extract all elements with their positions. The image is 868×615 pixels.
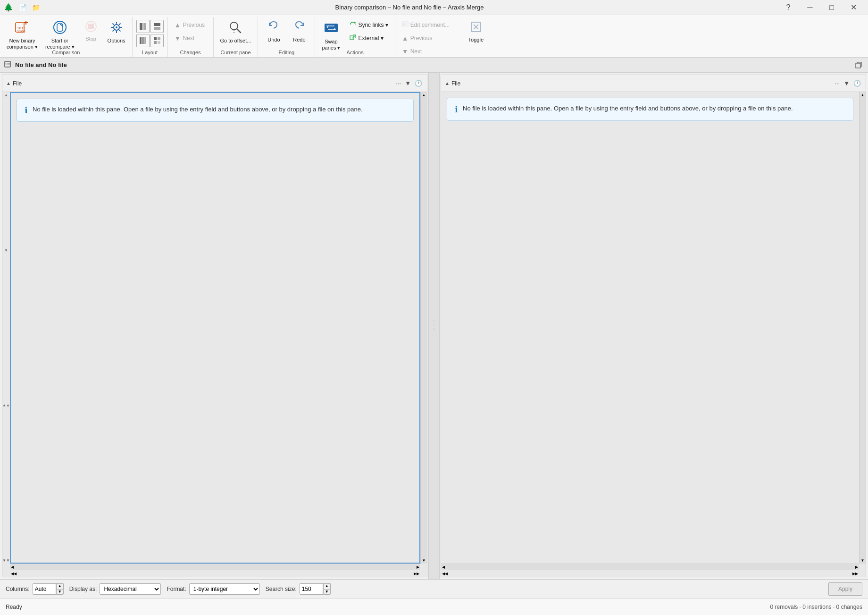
right-pane-menu-btn[interactable]: ··· (834, 79, 841, 88)
left-vscroll-down[interactable]: ▼ (422, 558, 426, 563)
go-to-offset-label: Go to offset... (220, 38, 251, 44)
svg-line-15 (119, 30, 120, 32)
new-file-btn[interactable]: 📄 (17, 2, 28, 13)
undo-label: Undo (267, 37, 280, 43)
help-button[interactable]: ? (777, 0, 799, 15)
stop-label: Stop (85, 36, 96, 42)
next-change-button[interactable]: ▼ Next (172, 32, 209, 44)
search-size-input[interactable] (300, 583, 323, 595)
edit-comment-button[interactable]: Edit comment... (399, 19, 460, 31)
svg-rect-21 (154, 27, 160, 30)
app-icon: 🌲 (4, 3, 13, 12)
next-bookmark-label: Next (410, 48, 422, 55)
left-pane-history-btn[interactable]: 🕐 (414, 79, 423, 88)
search-size-spin-up[interactable]: ▲ (323, 583, 331, 589)
svg-rect-27 (154, 41, 157, 44)
previous-change-button[interactable]: ▲ Previous (172, 19, 209, 31)
right-pane-dropdown-btn[interactable]: ▼ (843, 79, 851, 88)
sync-links-button[interactable]: Sync links ▾ (347, 19, 391, 31)
svg-rect-45 (856, 63, 860, 68)
left-pane-up-arrow[interactable]: ▲ (4, 93, 8, 97)
columns-spin-up[interactable]: ▲ (56, 583, 64, 589)
left-pane-dropdown-btn[interactable]: ▼ (404, 79, 412, 88)
previous-change-label: Previous (183, 22, 205, 28)
stop-button[interactable]: Stop (79, 18, 103, 46)
display-as-select[interactable]: Hexadecimal Decimal Octal Binary (100, 583, 161, 595)
redo-icon (292, 20, 306, 36)
left-pane-bottom-arrow[interactable]: ▼▼ (2, 558, 10, 563)
close-button[interactable]: ✕ (843, 0, 864, 15)
left-pane-top-arrow[interactable]: ▲▲ (2, 403, 10, 407)
search-size-spin-down[interactable]: ▼ (323, 589, 331, 595)
left-hscroll-left[interactable]: ◀ (11, 565, 14, 569)
layout-btn-3[interactable] (136, 34, 150, 47)
status-right-text: 0 removals · 0 insertions · 0 changes (770, 604, 862, 610)
info-icon-right: ℹ (455, 104, 458, 115)
window-controls: ? ─ □ ✕ (777, 0, 864, 15)
ribbon-group-bookmarks: Edit comment... ▲ Previous ▼ Next (395, 17, 492, 57)
svg-rect-20 (154, 23, 160, 26)
new-binary-comparison-button[interactable]: 1011 1100 New binarycomparison ▾ (4, 18, 41, 46)
down-arrow-icon: ▼ (175, 34, 181, 42)
go-to-offset-button[interactable]: Go to offset... (217, 18, 254, 46)
swap-panes-button[interactable]: Swappanes ▾ (319, 18, 343, 46)
right-vscroll-up[interactable]: ▲ (861, 93, 865, 97)
toggle-button[interactable]: Toggle (464, 18, 488, 46)
external-button[interactable]: External ▾ (347, 32, 391, 44)
minimize-button[interactable]: ─ (799, 0, 821, 15)
svg-line-14 (112, 24, 114, 25)
left-pane-filename: File (13, 80, 393, 87)
right-vscroll-down[interactable]: ▼ (861, 558, 865, 563)
svg-rect-22 (140, 37, 142, 44)
svg-line-16 (119, 24, 120, 25)
status-left-text: Ready (6, 604, 763, 610)
left-hscroll-end[interactable]: ▶▶ (414, 572, 419, 576)
restore-button[interactable] (853, 59, 864, 71)
layout-btn-2[interactable] (150, 20, 164, 33)
right-pane-info-text: No file is loaded within this pane. Open… (463, 104, 793, 113)
left-pane-menu-btn[interactable]: ··· (395, 79, 402, 88)
left-pane-info: ℹ No file is loaded within this pane. Op… (17, 99, 414, 122)
open-file-btn[interactable]: 📁 (30, 2, 42, 13)
maximize-button[interactable]: □ (821, 0, 843, 15)
comment-icon (402, 21, 409, 29)
svg-line-30 (237, 29, 241, 33)
pane-divider[interactable]: ··· (428, 73, 440, 579)
start-recompare-button[interactable]: Start orrecompare ▾ (42, 18, 77, 46)
apply-button[interactable]: Apply (828, 582, 862, 596)
previous-bookmark-button[interactable]: ▲ Previous (399, 32, 460, 44)
right-pane-history-btn[interactable]: 🕐 (852, 79, 862, 88)
left-pane: ▲ File ··· ▼ 🕐 ▲ ▼ ▲▲ ▼▼ ℹ No file is lo… (2, 75, 427, 577)
left-hscroll-home[interactable]: ◀◀ (11, 572, 17, 576)
right-scroll-up-icon[interactable]: ▲ (445, 81, 450, 86)
right-hscroll-left[interactable]: ◀ (442, 565, 445, 569)
layout-btn-1[interactable] (136, 20, 150, 33)
redo-button[interactable]: Redo (287, 18, 311, 46)
display-as-label: Display as: (69, 586, 97, 592)
svg-text:1011: 1011 (5, 63, 10, 66)
divider-dots: ··· (430, 320, 438, 332)
columns-spin-down[interactable]: ▼ (56, 589, 64, 595)
search-offset-icon (228, 20, 243, 37)
ribbon-group-current-pane: Go to offset... Current pane (214, 17, 259, 57)
toggle-label: Toggle (468, 37, 484, 43)
ribbon-group-comparison: 1011 1100 New binarycomparison ▾ (0, 17, 133, 57)
up-arrow-icon: ▲ (175, 21, 181, 29)
columns-input[interactable] (33, 583, 56, 595)
left-scroll-up-icon[interactable]: ▲ (6, 81, 11, 86)
right-hscroll-end[interactable]: ▶▶ (852, 572, 858, 576)
actions-group-label: Actions (319, 49, 391, 57)
format-select[interactable]: 1-byte integer 2-byte integer 4-byte int… (189, 583, 260, 595)
next-bookmark-button[interactable]: ▼ Next (399, 45, 460, 58)
undo-button[interactable]: Undo (262, 18, 285, 46)
right-hscroll-home[interactable]: ◀◀ (442, 572, 448, 576)
undo-icon (267, 20, 281, 36)
svg-line-17 (112, 30, 114, 32)
left-vscroll-up[interactable]: ▲ (422, 93, 426, 97)
left-pane-down-arrow[interactable]: ▼ (4, 248, 8, 253)
right-hscroll-right[interactable]: ▶ (855, 565, 858, 569)
layout-btn-4[interactable] (150, 34, 164, 47)
left-hscroll-right[interactable]: ▶ (417, 565, 419, 569)
changes-small-group: ▲ Previous ▼ Next (172, 18, 209, 44)
options-button[interactable]: Options (105, 18, 128, 46)
